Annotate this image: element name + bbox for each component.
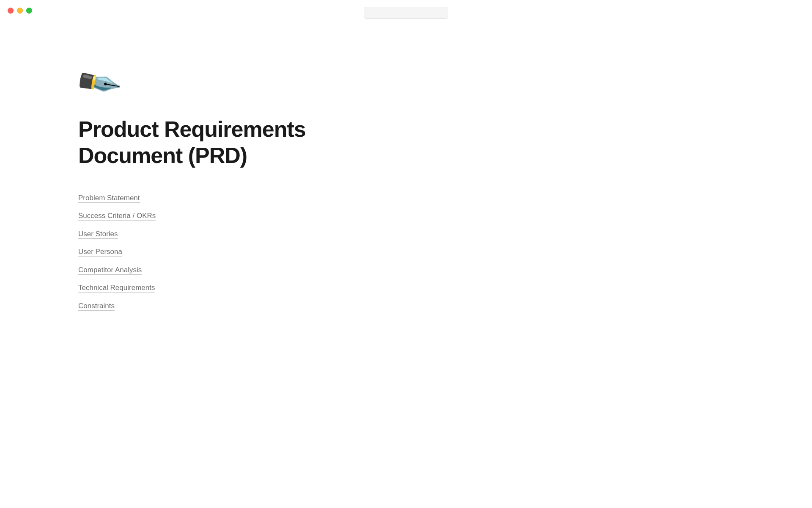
close-button[interactable] bbox=[8, 8, 14, 14]
minimize-button[interactable] bbox=[17, 8, 23, 14]
page-title: Product Requirements Document (PRD) bbox=[78, 116, 381, 169]
toc-item: Competitor Analysis bbox=[78, 261, 381, 279]
maximize-button[interactable] bbox=[26, 8, 32, 14]
toc-link-competitor-analysis[interactable]: Competitor Analysis bbox=[78, 266, 142, 275]
toc-item: Constraints bbox=[78, 297, 381, 315]
toc-item: User Stories bbox=[78, 225, 381, 243]
top-bar bbox=[0, 0, 812, 22]
toc-item: Technical Requirements bbox=[78, 279, 381, 297]
toc-link-technical-requirements[interactable]: Technical Requirements bbox=[78, 284, 155, 293]
toc-item: Problem Statement bbox=[78, 189, 381, 207]
toc-link-user-stories[interactable]: User Stories bbox=[78, 230, 118, 239]
toc-link-problem-statement[interactable]: Problem Statement bbox=[78, 194, 140, 203]
table-of-contents: Problem StatementSuccess Criteria / OKRs… bbox=[78, 189, 381, 315]
window-controls bbox=[8, 8, 32, 14]
toc-item: Success Criteria / OKRs bbox=[78, 207, 381, 225]
page-icon-wrapper: ✒️ bbox=[78, 59, 121, 106]
toc-link-user-persona[interactable]: User Persona bbox=[78, 248, 122, 257]
toc-item: User Persona bbox=[78, 243, 381, 261]
toc-link-constraints[interactable]: Constraints bbox=[78, 302, 115, 311]
toc-link-success-criteria[interactable]: Success Criteria / OKRs bbox=[78, 212, 156, 221]
main-content: ✒️ Product Requirements Document (PRD) P… bbox=[0, 0, 508, 315]
search-bar[interactable] bbox=[364, 7, 448, 19]
pen-icon: ✒️ bbox=[71, 57, 123, 108]
